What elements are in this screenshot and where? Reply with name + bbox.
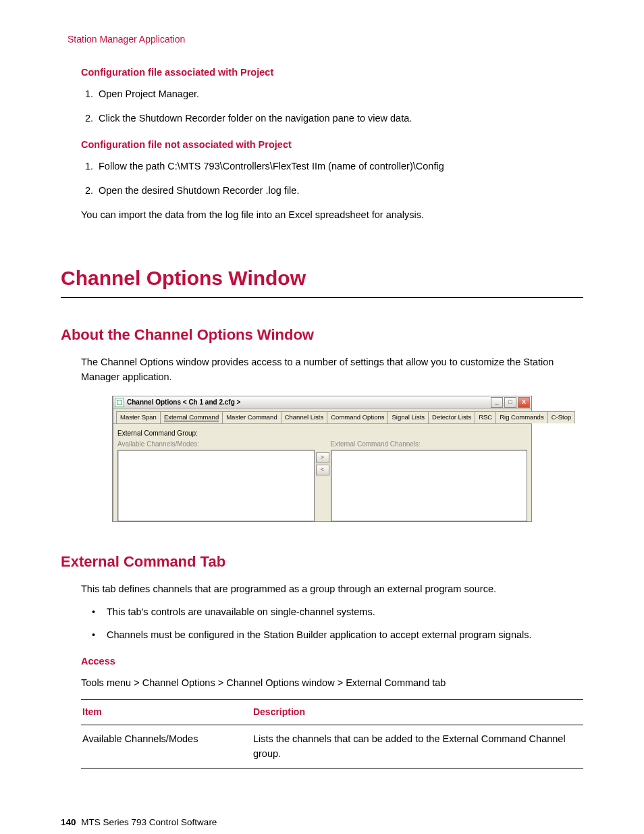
ext-bullets: This tab's controls are unavailable on s… — [92, 605, 583, 643]
available-channels-label: Available Channels/Modes: — [117, 439, 315, 449]
tab-external-command[interactable]: External Command — [160, 411, 223, 423]
remove-channel-button[interactable]: < — [316, 465, 329, 475]
step: Open the desired Shutdown Recorder .log … — [96, 184, 583, 199]
col-item: Item — [81, 699, 252, 725]
access-heading: Access — [81, 654, 583, 669]
ext-para: This tab defines channels that are progr… — [81, 582, 583, 597]
cell-desc: Lists the channels that can be added to … — [252, 725, 583, 768]
footer-text: MTS Series 793 Control Software — [81, 817, 217, 827]
available-channels-list[interactable] — [117, 450, 315, 521]
tab-detector-lists[interactable]: Detector Lists — [428, 411, 475, 423]
tab-rig-commands[interactable]: Rig Commands — [495, 411, 547, 423]
page-footer: 140 MTS Series 793 Control Software — [61, 816, 583, 829]
list-item: This tab's controls are unavailable on s… — [92, 605, 583, 620]
channel-options-window: Channel Options < Ch 1 and 2.cfg > _ □ X… — [112, 396, 532, 522]
item-description-table: Item Description Available Channels/Mode… — [81, 699, 583, 769]
window-buttons: _ □ X — [491, 397, 530, 408]
minimize-button[interactable]: _ — [491, 397, 503, 408]
maximize-button[interactable]: □ — [504, 397, 516, 408]
window-icon — [115, 398, 124, 407]
table-row: Available Channels/Modes Lists the chann… — [81, 725, 583, 768]
step: Click the Shutdown Recorder folder on th… — [96, 111, 583, 126]
add-channel-button[interactable]: > — [316, 452, 329, 463]
tab-body: External Command Group: Available Channe… — [113, 424, 531, 521]
access-path: Tools menu > Channel Options > Channel O… — [81, 676, 583, 691]
running-head: Station Manager Application — [68, 32, 583, 47]
tab-master-span[interactable]: Master Span — [116, 411, 161, 423]
tab-strip: Master Span External Command Master Comm… — [113, 409, 531, 424]
external-command-channels-label: External Command Channels: — [331, 439, 528, 449]
tab-command-options[interactable]: Command Options — [327, 411, 388, 423]
external-command-channels-list[interactable] — [331, 450, 528, 521]
step: Follow the path C:\MTS 793\Controllers\F… — [96, 159, 583, 174]
steps-config-with-project: Open Project Manager. Click the Shutdown… — [81, 87, 583, 126]
list-item: Channels must be configured in the Stati… — [92, 628, 583, 643]
tab-c-stop[interactable]: C-Stop — [547, 411, 576, 423]
close-button[interactable]: X — [518, 397, 530, 408]
window-title: Channel Options < Ch 1 and 2.cfg > — [127, 397, 491, 407]
page-number: 140 — [61, 817, 76, 827]
subhead-config-no-project: Configuration file not associated with P… — [81, 138, 583, 153]
tab-rsc[interactable]: RSC — [475, 411, 496, 423]
subtitle-external-command-tab: External Command Tab — [61, 550, 583, 573]
tab-signal-lists[interactable]: Signal Lists — [387, 411, 429, 423]
subhead-config-with-project: Configuration file associated with Proje… — [81, 66, 583, 80]
step: Open Project Manager. — [96, 87, 583, 102]
tab-master-command[interactable]: Master Command — [222, 411, 281, 423]
import-note: You can import the data from the log fil… — [81, 208, 583, 223]
col-description: Description — [252, 699, 583, 725]
title-rule — [61, 297, 583, 298]
tab-channel-lists[interactable]: Channel Lists — [281, 411, 328, 423]
subtitle-about: About the Channel Options Window — [61, 323, 583, 346]
titlebar: Channel Options < Ch 1 and 2.cfg > _ □ X — [113, 396, 531, 409]
group-label: External Command Group: — [117, 428, 527, 438]
cell-item: Available Channels/Modes — [81, 725, 252, 768]
about-para: The Channel Options window provides acce… — [81, 355, 583, 385]
page-title: Channel Options Window — [61, 263, 583, 293]
steps-config-no-project: Follow the path C:\MTS 793\Controllers\F… — [81, 159, 583, 199]
